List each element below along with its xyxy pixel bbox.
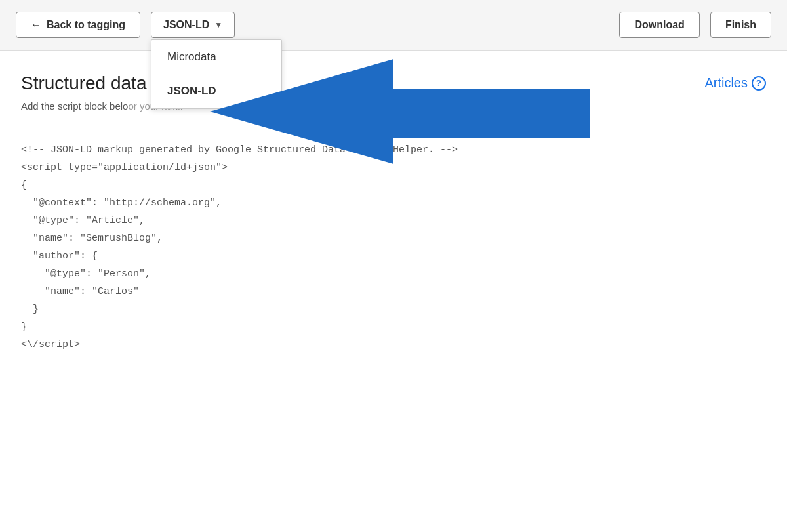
back-button-label: Back to tagging xyxy=(47,19,125,31)
toolbar: ← Back to tagging JSON-LD ▼ Microdata JS… xyxy=(0,0,787,51)
subtitle: Add the script block beloor your html. xyxy=(21,100,766,112)
dropdown-item-microdata[interactable]: Microdata xyxy=(151,40,281,74)
content-header: Structured data as rl Articles ? xyxy=(21,72,766,95)
format-dropdown-wrapper: JSON-LD ▼ Microdata JSON-LD xyxy=(151,12,235,38)
download-button[interactable]: Download xyxy=(619,12,699,38)
back-to-tagging-button[interactable]: ← Back to tagging xyxy=(16,12,140,38)
back-arrow-icon: ← xyxy=(31,19,41,31)
dropdown-item-jsonld[interactable]: JSON-LD xyxy=(151,74,281,108)
format-dropdown-button[interactable]: JSON-LD ▼ xyxy=(151,12,235,38)
finish-button[interactable]: Finish xyxy=(710,12,771,38)
dropdown-current-value: JSON-LD xyxy=(163,19,209,31)
format-dropdown-menu: Microdata JSON-LD xyxy=(151,39,282,109)
main-content: Structured data as rl Articles ? Add the… xyxy=(0,51,787,369)
help-icon[interactable]: ? xyxy=(752,76,766,91)
articles-link[interactable]: Articles ? xyxy=(704,75,766,91)
code-block: <!-- JSON-LD markup generated by Google … xyxy=(21,141,766,354)
section-divider xyxy=(21,125,766,125)
dropdown-chevron-icon: ▼ xyxy=(214,20,222,30)
